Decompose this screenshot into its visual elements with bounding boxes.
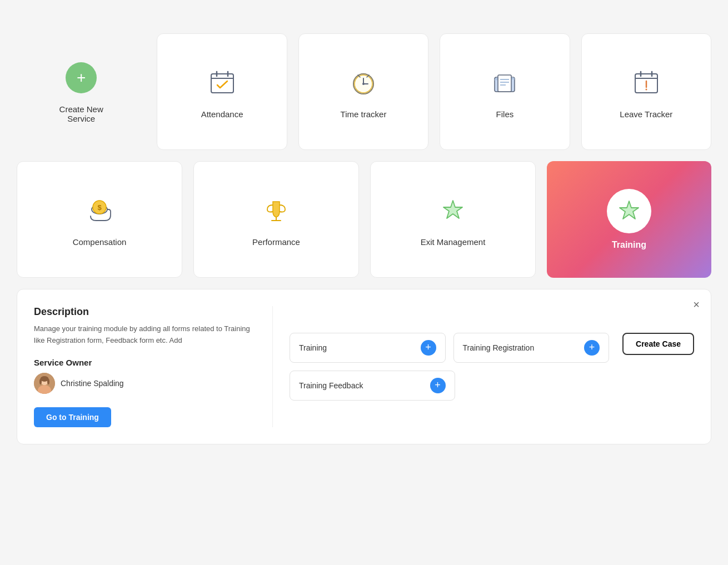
leave-tracker-label: Leave Tracker: [620, 109, 672, 119]
training-feedback-add-button[interactable]: +: [430, 378, 446, 393]
svg-marker-28: [443, 201, 462, 218]
training-icon-circle: [607, 189, 651, 233]
card-row-1: + Create New Service Attendance: [17, 33, 711, 150]
compensation-icon: $: [82, 193, 117, 228]
svg-rect-0: [211, 74, 233, 93]
training-feedback-form-item: Training Feedback +: [290, 371, 455, 401]
training-feedback-form-label: Training Feedback: [299, 381, 363, 390]
compensation-label: Compensation: [73, 237, 127, 247]
detail-right-section: Training + Training Registration + Train…: [290, 306, 694, 427]
svg-marker-29: [620, 201, 639, 219]
plus-circle-icon: +: [63, 60, 99, 96]
close-button[interactable]: ×: [693, 298, 700, 311]
performance-label: Performance: [252, 237, 300, 247]
attendance-label: Attendance: [201, 109, 243, 119]
files-label: Files: [496, 109, 514, 119]
forms-and-create: Training + Training Registration + Train…: [290, 333, 694, 401]
files-icon: [487, 65, 522, 101]
detail-panel: × Description Manage your training modul…: [17, 289, 711, 444]
card-exit-management[interactable]: Exit Management: [370, 161, 536, 278]
service-owner-label: Service Owner: [34, 358, 256, 367]
svg-point-35: [39, 379, 42, 384]
training-form-item: Training +: [290, 333, 446, 363]
card-attendance[interactable]: Attendance: [157, 33, 287, 150]
leave-tracker-icon: [629, 65, 664, 101]
owner-row: Christine Spalding: [34, 373, 256, 394]
training-registration-form-item: Training Registration +: [453, 333, 610, 363]
owner-name: Christine Spalding: [61, 379, 124, 388]
svg-point-36: [47, 379, 49, 384]
training-form-add-button[interactable]: +: [421, 340, 436, 356]
svg-rect-13: [498, 75, 511, 92]
card-leave-tracker[interactable]: Leave Tracker: [581, 33, 711, 150]
card-compensation[interactable]: $ Compensation: [17, 161, 182, 278]
card-create-new-service[interactable]: + Create New Service: [17, 33, 146, 150]
card-files[interactable]: Files: [440, 33, 570, 150]
card-training[interactable]: Training: [547, 161, 711, 278]
training-registration-form-label: Training Registration: [463, 343, 535, 352]
create-new-service-label: Create New Service: [59, 104, 103, 123]
forms-row-2: Training Feedback +: [290, 371, 609, 401]
create-case-button[interactable]: Create Case: [622, 333, 694, 355]
detail-left-section: Description Manage your training module …: [34, 306, 273, 427]
exit-management-label: Exit Management: [421, 237, 486, 247]
svg-text:$: $: [97, 203, 102, 212]
time-tracker-icon: [346, 65, 381, 101]
time-tracker-label: Time tracker: [341, 109, 387, 119]
forms-list: Training + Training Registration + Train…: [290, 333, 609, 401]
go-to-training-button[interactable]: Go to Training: [34, 407, 111, 427]
avatar: [34, 373, 55, 394]
training-label: Training: [612, 240, 646, 250]
training-form-label: Training: [299, 343, 327, 352]
forms-row-1: Training + Training Registration +: [290, 333, 609, 363]
exit-management-icon: [435, 193, 471, 228]
svg-point-9: [362, 83, 365, 85]
create-case-area: Create Case: [617, 333, 694, 355]
card-time-tracker[interactable]: Time tracker: [298, 33, 428, 150]
detail-title: Description: [34, 306, 256, 318]
card-performance[interactable]: Performance: [193, 161, 359, 278]
performance-icon: [258, 193, 294, 228]
detail-description: Manage your training module by adding al…: [34, 323, 256, 347]
training-registration-add-button[interactable]: +: [584, 340, 600, 356]
svg-point-22: [645, 88, 647, 90]
card-row-2: $ Compensation Performance: [17, 161, 711, 278]
attendance-icon: [205, 65, 240, 101]
main-grid: + Create New Service Attendance: [17, 33, 711, 444]
